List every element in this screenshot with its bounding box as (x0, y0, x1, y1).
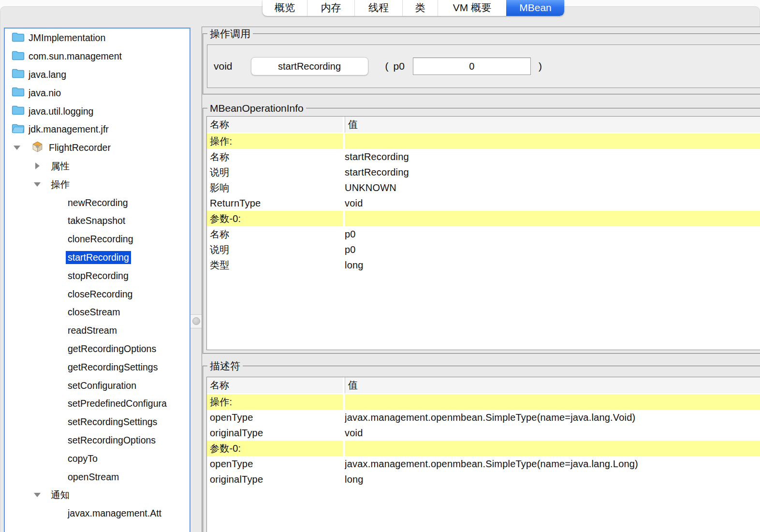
tree-item-label: newRecording (66, 196, 130, 209)
tree-item-readStream[interactable]: readStream (5, 322, 190, 340)
tree-item-label: takeSnapshot (66, 214, 127, 227)
tree-item-FlightRecorder[interactable]: FlightRecorder (5, 139, 190, 157)
tree-item-setRecordingSettings[interactable]: setRecordingSettings (5, 413, 190, 431)
column-header-name[interactable]: 名称 (207, 377, 343, 393)
tree-item-closeStream[interactable]: closeStream (5, 303, 190, 322)
cell-name: 操作: (207, 394, 343, 410)
tree-item-setRecordingOptions[interactable]: setRecordingOptions (5, 431, 190, 450)
tree-icon-wrap (12, 87, 25, 99)
tree-expanded-arrow-icon[interactable] (34, 493, 41, 497)
tree-item-label: setRecordingSettings (66, 415, 159, 429)
tree-item-属性[interactable]: 属性 (5, 157, 190, 176)
tab-memory[interactable]: 内存 (307, 0, 354, 16)
tree-item-label: JMImplementation (27, 31, 107, 44)
group-mbean-operation-info: MBeanOperationInfo 名称 值 操作:名称startRecord… (203, 108, 760, 354)
descriptor-row-参数-0:[interactable]: 参数-0: (207, 441, 760, 456)
descriptor-row-操作:[interactable]: 操作: (207, 394, 760, 410)
tree-item-JMImplementation[interactable]: JMImplementation (5, 29, 190, 47)
cell-name: 类型 (207, 257, 343, 273)
tree-item-操作[interactable]: 操作 (5, 175, 190, 193)
cell-name: 说明 (207, 164, 343, 180)
cell-name: 名称 (207, 226, 343, 242)
tree-item-setPredefinedConfigura[interactable]: setPredefinedConfigura (5, 395, 190, 413)
tree-item-label: closeRecording (66, 288, 134, 301)
cell-value (345, 441, 760, 456)
table-header: 名称 值 (207, 377, 760, 393)
cell-name: openType (207, 456, 343, 472)
column-header-value[interactable]: 值 (345, 377, 760, 393)
cell-value: long (345, 472, 760, 487)
tree-item-label: setRecordingOptions (66, 434, 158, 447)
tree-item-label: 操作 (49, 177, 72, 192)
column-header-name[interactable]: 名称 (207, 117, 343, 133)
column-header-value[interactable]: 值 (345, 117, 760, 133)
open-folder-icon (12, 123, 25, 133)
tree-item-label: FlightRecorder (47, 141, 113, 154)
folder-icon (12, 87, 25, 97)
tree-item-cloneRecording[interactable]: cloneRecording (5, 230, 190, 249)
arrow-glyph (35, 163, 40, 169)
operation-info-row-类型[interactable]: 类型long (207, 257, 760, 273)
cell-value (345, 211, 760, 226)
operation-info-row-说明[interactable]: 说明startRecording (207, 164, 760, 180)
tree-item-getRecordingOptions[interactable]: getRecordingOptions (5, 340, 190, 358)
operation-info-row-名称[interactable]: 名称startRecording (207, 149, 760, 164)
tree-item-label: setPredefinedConfigura (66, 397, 169, 410)
group-descriptor: 描述符 名称 值 操作:openTypejavax.management.ope… (203, 366, 760, 532)
tree-expanded-arrow-icon[interactable] (14, 146, 20, 150)
tree-item-label: copyTo (66, 452, 100, 465)
param-value-input[interactable] (413, 58, 531, 75)
descriptor-row-originalType[interactable]: originalTypevoid (207, 425, 760, 441)
tree-item-setConfiguration[interactable]: setConfiguration (5, 376, 190, 395)
tree-item-java.nio[interactable]: java.nio (5, 84, 190, 102)
operation-info-row-说明[interactable]: 说明p0 (207, 242, 760, 257)
tab-overview[interactable]: 概览 (263, 0, 307, 16)
operation-info-row-ReturnType[interactable]: ReturnTypevoid (207, 195, 760, 211)
tab-vm-summary[interactable]: VM 概要 (438, 0, 506, 16)
tree-item-startRecording[interactable]: startRecording (5, 249, 190, 267)
splitter-knob-icon[interactable] (192, 317, 200, 325)
tree-item-com.sun.management[interactable]: com.sun.management (5, 47, 190, 66)
tree-item-label: java.nio (27, 87, 63, 100)
tree-item-java.util.logging[interactable]: java.util.logging (5, 102, 190, 120)
tab-mbean[interactable]: MBean (506, 0, 564, 16)
tree-item-javax.management.Att[interactable]: javax.management.Att (5, 504, 190, 523)
tab-classes[interactable]: 类 (402, 0, 438, 16)
cell-name: originalType (207, 425, 343, 441)
descriptor-row-openType[interactable]: openTypejavax.management.openmbean.Simpl… (207, 456, 760, 472)
descriptor-row-openType[interactable]: openTypejavax.management.openmbean.Simpl… (207, 410, 760, 425)
group-title: MBeanOperationInfo (207, 102, 306, 115)
invoke-operation-button[interactable]: startRecording (251, 57, 368, 75)
tree-item-takeSnapshot[interactable]: takeSnapshot (5, 212, 190, 230)
mbean-tree: JMImplementation com.sun.management java… (5, 29, 190, 523)
tree-item-通知[interactable]: 通知 (5, 486, 190, 504)
tree-item-label: 通知 (49, 488, 72, 502)
operation-info-row-参数-0:[interactable]: 参数-0: (207, 211, 760, 226)
tab-threads[interactable]: 线程 (354, 0, 402, 16)
arrow-glyph (14, 146, 20, 150)
tree-item-closeRecording[interactable]: closeRecording (5, 285, 190, 303)
tree-item-openStream[interactable]: openStream (5, 468, 190, 486)
operation-info-row-影响[interactable]: 影响UNKNOWN (207, 180, 760, 195)
tree-collapsed-arrow-icon[interactable] (34, 163, 41, 169)
tree-item-label: startRecording (66, 251, 131, 264)
tree-item-label: closeStream (66, 306, 122, 319)
cell-value: long (345, 257, 760, 273)
tree-expanded-arrow-icon[interactable] (34, 182, 41, 187)
group-operation-invocation: 操作调用 void startRecording ( p0 ) (203, 33, 760, 95)
invoke-panel: void startRecording ( p0 ) (207, 44, 760, 88)
operation-info-row-操作:[interactable]: 操作: (207, 133, 760, 149)
tree-item-java.lang[interactable]: java.lang (5, 66, 190, 84)
tree-item-stopRecording[interactable]: stopRecording (5, 266, 190, 285)
tree-item-copyTo[interactable]: copyTo (5, 449, 190, 468)
group-title: 描述符 (207, 360, 243, 372)
return-type-label: void (214, 60, 233, 72)
operation-info-row-名称[interactable]: 名称p0 (207, 226, 760, 242)
tree-item-jdk.management.jfr[interactable]: jdk.management.jfr (5, 120, 190, 139)
folder-icon (12, 68, 25, 78)
descriptor-row-originalType[interactable]: originalTypelong (207, 472, 760, 487)
tree-item-getRecordingSettings[interactable]: getRecordingSettings (5, 358, 190, 376)
tree-icon-wrap (12, 32, 25, 44)
cell-name: 参数-0: (207, 211, 343, 226)
tree-item-newRecording[interactable]: newRecording (5, 193, 190, 212)
